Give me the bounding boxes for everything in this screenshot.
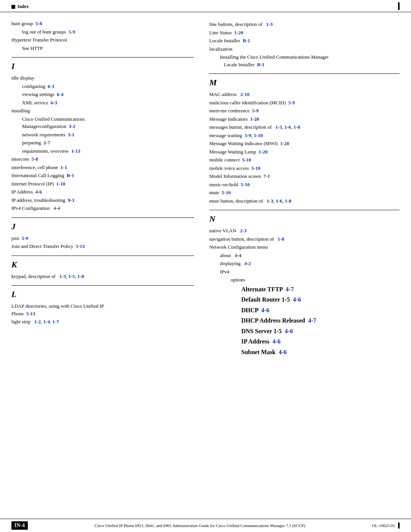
link-join[interactable]: 5-9 [22, 235, 28, 241]
entry-subnet-mask: Subnet Mask 4-6 [209, 347, 400, 357]
link-network-req[interactable]: 3-1 [68, 132, 74, 137]
entry-text: interference, cell phone 1-1 [11, 164, 194, 171]
entry-meet-me: meet-me conference 5-9 [209, 107, 400, 115]
link-dhcp[interactable]: 4-6 [261, 307, 269, 313]
entry-locale-installer: Locale Installer B-1 [209, 37, 400, 45]
link-message-waiting-2[interactable]: 5-10 [254, 133, 263, 138]
link-meet-me[interactable]: 5-9 [252, 108, 258, 113]
link-ip-troubleshoot[interactable]: 9-3 [68, 197, 74, 203]
entry-text: Message Waiting Lamp 1-20 [209, 148, 400, 156]
entry-text: Alternate TFTP 4-7 [209, 284, 400, 294]
link-malicious-caller[interactable]: 5-9 [288, 100, 295, 105]
link-ip-address-large[interactable]: 4-6 [272, 338, 280, 345]
link-line-buttons[interactable]: 1-3 [266, 21, 272, 27]
link-dhcp-released[interactable]: 4-7 [308, 317, 316, 324]
link-music-on-hold[interactable]: 5-10 [241, 182, 250, 187]
link-join-transfer[interactable]: 5-13 [76, 243, 85, 249]
link-mute[interactable]: 5-10 [222, 190, 231, 195]
link-dns-server[interactable]: 4-6 [285, 328, 293, 334]
entry-message-waiting: message waiting 5-9, 5-10 [209, 132, 400, 139]
footer-badge: IN-4 [11, 521, 28, 530]
entry-join: join 5-9 [11, 235, 194, 242]
link-default-router[interactable]: 4-6 [293, 296, 301, 303]
link-internet-protocol[interactable]: 1-10 [56, 181, 65, 187]
entry-ipv4-config: IPv4 Configuration 4-4 [11, 204, 194, 212]
header-title: Index [18, 4, 29, 10]
entry-mwi: Message Waiting Indicator (MWI) 1-20 [209, 140, 400, 147]
entry-mobile-connect: mobile connect 5-10 [209, 156, 400, 164]
link-mobile-connect[interactable]: 5-10 [242, 157, 251, 163]
entry-viewing-settings: viewing settings 6-4 [11, 91, 194, 98]
entry-dhcp: DHCP 4-6 [209, 305, 400, 315]
entry-mwl: Message Waiting Lamp 1-20 [209, 148, 400, 156]
link-message-waiting-1[interactable]: 5-9 [245, 133, 251, 138]
entry-intercom: intercom 5-8 [11, 155, 194, 163]
entry-preparing: preparing 2-7 [11, 139, 194, 147]
link-mac-address[interactable]: 2-10 [241, 91, 250, 97]
link-hunt-group[interactable]: 5-8 [35, 21, 42, 26]
entry-join-transfer: Join and Direct Transfer Policy 5-13 [11, 243, 194, 250]
entry-text: Message Waiting Indicator (MWI) 1-20 [209, 140, 400, 147]
link-configuring[interactable]: 6-3 [48, 83, 54, 89]
link-ip-address[interactable]: 4-6 [35, 189, 42, 195]
link-requirements-overview[interactable]: 1-13 [71, 148, 80, 154]
link-interference[interactable]: 1-1 [61, 165, 67, 170]
link-light-strip-3[interactable]: 1-7 [53, 319, 59, 324]
entry-text: Line Status 1-20 [209, 29, 400, 37]
link-model-info[interactable]: 7-1 [263, 173, 270, 179]
entry-text: Installing the Cisco Unified Communicati… [209, 53, 400, 68]
link-preparing[interactable]: 2-7 [43, 140, 50, 145]
link-intl-call-logging[interactable]: B-1 [67, 173, 74, 178]
link-light-strip-1[interactable]: 1-2 [34, 319, 41, 324]
link-alternate-tftp[interactable]: 4-7 [286, 286, 294, 292]
entry-internet-protocol: Internet Protocol (IP) 1-10 [11, 180, 194, 188]
entry-text: IP address, troubleshooting 9-3 [11, 197, 194, 204]
link-intercom[interactable]: 5-8 [32, 156, 38, 162]
divider-L [11, 285, 194, 286]
link-displaying[interactable]: 4-2 [244, 260, 251, 266]
link-messages-button-2[interactable]: 1-6 [285, 124, 291, 130]
link-messages-button-1[interactable]: 1-3 [276, 124, 282, 130]
entry-text: intercom 5-8 [11, 155, 194, 163]
entry-mute: mute 5-10 [209, 189, 400, 197]
link-keypad-3[interactable]: 1-8 [77, 273, 84, 279]
link-xml-service[interactable]: 6-3 [51, 100, 57, 105]
link-installing-locale[interactable]: B-1 [257, 62, 264, 67]
link-viewing-settings[interactable]: 6-4 [57, 91, 63, 97]
link-light-strip-2[interactable]: 1-4 [43, 319, 50, 324]
entry-light-strip: light strip 1-2, 1-4, 1-7 [11, 318, 194, 326]
link-mobile-voice[interactable]: 5-10 [251, 165, 260, 171]
link-keypad[interactable]: 1-3 [59, 273, 66, 279]
entry-text: hunt group 5-8 [11, 20, 194, 27]
link-nav-button[interactable]: 1-8 [277, 236, 284, 242]
entry-text: Internet Protocol (IP) 1-10 [11, 180, 194, 188]
link-mute-button-2[interactable]: 1-6 [276, 198, 282, 204]
link-manager-config[interactable]: 3-2 [69, 123, 75, 129]
entry-dhcp-released: DHCP Address Released 4-7 [209, 316, 400, 326]
header-right-marker [398, 2, 400, 10]
entry-dns-server: DNS Server 1-5 4-6 [209, 326, 400, 336]
entry-text: IPv4 Configuration 4-4 [11, 204, 194, 212]
entry-text: IP Address 4-6 [209, 337, 400, 347]
link-locale-installer[interactable]: B-1 [243, 38, 250, 43]
left-column: hunt group 5-8 log out of hunt groups 5-… [11, 20, 206, 358]
entry-configuring: configuring 6-3 [11, 83, 194, 90]
link-native-vlan[interactable]: 2-3 [240, 228, 247, 233]
footer-right-marker [398, 522, 400, 529]
link-keypad-2[interactable]: 1-5 [68, 273, 75, 279]
link-subnet-mask[interactable]: 4-6 [279, 349, 287, 355]
link-messages-button-3[interactable]: 1-8 [293, 124, 300, 130]
link-mwl[interactable]: 1-20 [258, 149, 268, 155]
section-N-letter: N [209, 214, 400, 224]
link-log-out-hunt[interactable]: 5-9 [68, 29, 75, 35]
link-line-status[interactable]: 1-20 [234, 30, 243, 35]
link-mute-button-1[interactable]: 1-3 [267, 198, 273, 204]
link-mwi[interactable]: 1-20 [280, 141, 289, 146]
link-about[interactable]: 4-4 [235, 252, 241, 258]
divider-K [11, 256, 194, 256]
link-mute-button-3[interactable]: 1-8 [285, 198, 291, 204]
entry-localization: localization [209, 45, 400, 53]
entry-see-http: See HTTP [11, 45, 194, 52]
link-ldap[interactable]: 5-13 [26, 311, 35, 316]
link-message-indicators[interactable]: 1-20 [250, 116, 259, 122]
